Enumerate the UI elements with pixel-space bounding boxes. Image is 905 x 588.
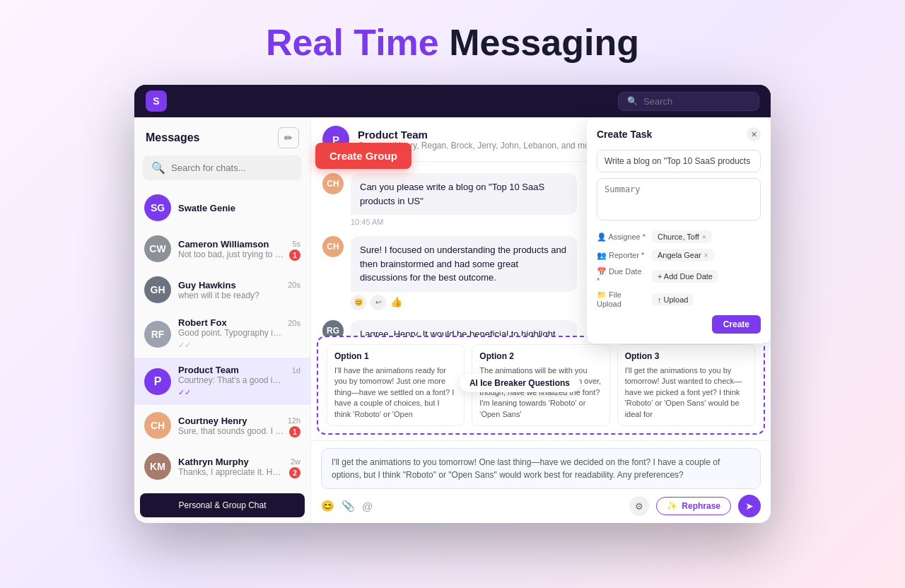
title-colored: Real Time [266,22,439,63]
list-item[interactable]: CW Cameron Williamson 5s Not too bad, ju… [134,228,310,269]
chat-info: Cameron Williamson 5s Not too bad, just … [178,239,300,259]
sidebar: Messages ✏ 🔍 SG Swatle Genie [134,117,311,523]
message-bubble: Can you please write a blog on "Top 10 S… [351,173,577,215]
message-input-area: I'll get the animations to you tomorrow!… [311,440,771,523]
suggestion-text: I'll get the animations to you by tomorr… [625,365,747,420]
modal-field-duedate: 📅 Due Date * + Add Due Date [597,267,761,285]
attachment-icon[interactable]: 📎 [341,500,355,512]
reporter-value[interactable]: Angela Gear × [652,249,714,261]
message-bubble: Sure! I focused on understanding the pro… [351,236,577,292]
search-chats-input[interactable] [171,163,293,173]
message-content: Can you please write a blog on "Top 10 S… [351,173,577,226]
send-button[interactable]: ➤ [738,495,761,517]
chat-info: Swatle Genie [178,203,300,213]
compose-button[interactable]: ✏ [278,127,299,148]
search-chats-icon: 🔍 [151,161,165,175]
message-text: Can you please write a blog on "Top 10 S… [360,180,568,208]
list-item-product-team[interactable]: P Product Team 1d Courtney: That's a goo… [134,358,310,405]
list-item[interactable]: RF Robert Fox 20s Good point. Typography… [134,310,310,358]
avatar: CH [322,173,344,194]
avatar: RG [322,320,344,336]
ai-ice-breaker-badge: AI Ice Breaker Questions [460,374,580,392]
sidebar-header: Messages ✏ [134,117,310,155]
app-container: S 🔍 Messages ✏ 🔍 SG [134,85,771,523]
suggestion-text: I'll have the animations ready for you b… [334,365,457,420]
list-item[interactable]: GH Guy Hawkins 20s when will it be ready… [134,269,310,310]
assignee-value[interactable]: Churce, Toff × [652,230,712,243]
task-summary-input[interactable] [597,178,761,220]
modal-title: Create Task [597,129,652,140]
avatar: P [144,368,171,395]
avatar: CH [144,412,171,439]
unread-badge: 1 [289,426,300,437]
create-task-submit-button[interactable]: Create [712,315,761,334]
duedate-value[interactable]: + Add Due Date [652,270,718,283]
chat-name: Guy Hawkins 20s [178,280,300,290]
bottom-label: Personal & Group Chat [140,493,305,517]
modal-footer: Create [597,315,761,334]
page-title: Real Time Messaging [266,21,639,64]
message-input-text: I'll get the animations to you tomorrow!… [321,448,761,489]
chat-info: Guy Hawkins 20s when will it be ready? [178,280,300,300]
message-text: Sure! I focused on understanding the pro… [360,243,568,285]
modal-field-assignee: 👤 Assignee * Churce, Toff × [597,230,761,243]
chat-name: Courtney Henry 12h [178,416,300,426]
chat-name: Robert Fox 20s [178,317,300,328]
emoji-input-icon[interactable]: 😊 [321,500,334,512]
read-check-icon: ✓✓ [178,341,191,349]
avatar: KM [144,453,171,480]
list-item[interactable]: SG Swatle Genie [134,187,310,228]
chat-info: Kathryn Murphy 2w Thanks, I appreciate i… [178,457,300,477]
list-item[interactable]: CH Courtney Henry 12h Sure, that sounds … [134,405,310,446]
modal-close-button[interactable]: ✕ [747,127,761,141]
chat-info: Product Team 1d Courtney: That's a good … [178,365,300,398]
reply-btn[interactable]: ↩ [370,295,386,310]
suggestion-card-3[interactable]: Option 3 I'll get the animations to you … [617,344,755,426]
modal-field-upload: 📁 File Upload ↑ Upload [597,290,761,308]
chat-info: Courtney Henry 12h Sure, that sounds goo… [178,416,300,436]
chat-name: Product Team 1d [178,365,300,375]
settings-button[interactable]: ⚙ [629,496,649,516]
search-chats[interactable]: 🔍 [143,155,302,180]
message-content: I agree, Henry. It would be beneficial t… [351,320,577,336]
avatar: CH [322,236,344,257]
message-bubble: I agree, Henry. It would be beneficial t… [351,320,577,336]
create-task-modal: Create Task ✕ 👤 Assignee * Churce, Toff … [587,117,771,343]
title-dark: Messaging [439,22,639,63]
reaction-thumbsup: 👍 [390,296,402,310]
avatar: RF [144,321,171,348]
modal-header: Create Task ✕ [597,127,761,141]
avatar: CW [144,235,171,262]
avatar: SG [144,194,171,221]
chat-list: SG Swatle Genie CW Cameron Williamson 5s [134,187,310,488]
double-check-icon: ✓✓ [178,388,191,396]
search-icon: 🔍 [627,96,638,106]
task-title-input[interactable] [597,150,761,172]
sidebar-title: Messages [146,131,200,144]
unread-badge: 1 [289,249,300,261]
chat-name: Kathryn Murphy 2w [178,457,300,467]
search-input[interactable] [643,96,750,107]
emoji-btn[interactable]: 😊 [351,295,366,310]
mention-icon[interactable]: @ [362,500,373,512]
rephrase-icon: ✨ [667,501,677,511]
unread-badge: 2 [289,467,300,478]
message-time: 10:45 AM [351,218,577,226]
upload-value[interactable]: ↑ Upload [652,293,694,306]
message-content: Sure! I focused on understanding the pro… [351,236,577,310]
message-text: I agree, Henry. It would be beneficial t… [360,327,568,336]
rephrase-button[interactable]: ✨ Rephrase [656,497,731,515]
create-group-button[interactable]: Create Group [315,143,411,169]
modal-field-reporter: 👥 Reporter * Angela Gear × [597,249,761,261]
input-actions: 😊 📎 @ ⚙ ✨ Rephrase ➤ [321,495,761,517]
app-logo: S [146,90,167,112]
suggestion-card-1[interactable]: Option 1 I'll have the animations ready … [327,344,465,426]
list-item[interactable]: KM Kathryn Murphy 2w Thanks, I appreciat… [134,446,310,487]
chat-info: Robert Fox 20s Good point. Typography is… [178,317,300,351]
search-bar[interactable]: 🔍 [618,92,759,111]
chat-name: Cameron Williamson 5s [178,239,300,249]
avatar: GH [144,276,171,303]
chat-name: Swatle Genie [178,203,300,213]
top-nav: S 🔍 [134,85,771,117]
